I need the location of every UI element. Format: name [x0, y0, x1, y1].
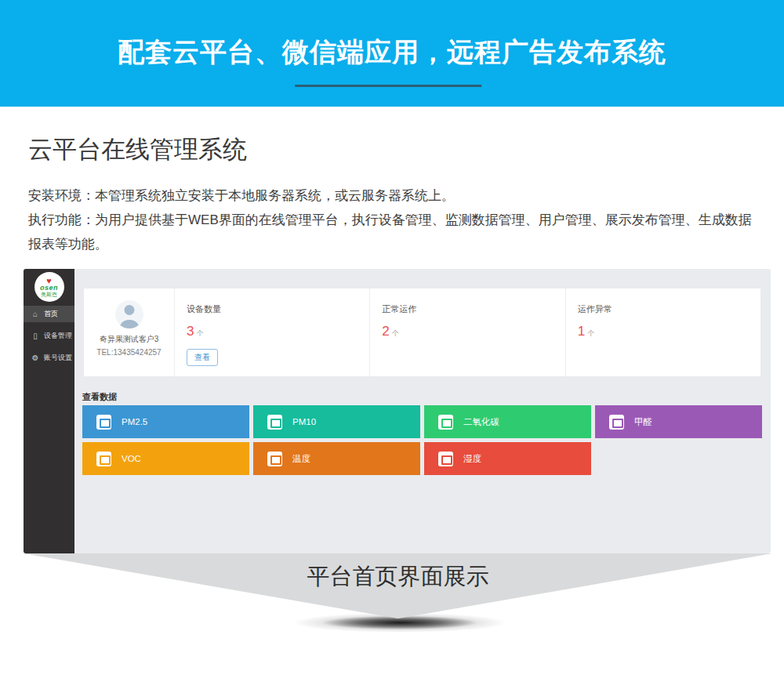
stat-value: 3个: [187, 324, 369, 339]
pm25-card-icon: [96, 415, 111, 430]
home-icon: ⌂: [31, 310, 40, 318]
stat-value: 2个: [382, 324, 564, 339]
sidebar-menu: ⌂ 首页 ▯ 设备管理 ⚙ 账号设置: [24, 306, 74, 372]
stat-label: 设备数量: [187, 303, 369, 315]
sidebar: ♥ osen 奥斯恩 ⌂ 首页 ▯ 设备管理 ⚙ 账号设置: [24, 269, 74, 553]
overview-card: 奇异果测试客户3 TEL:13435424257 设备数量 3个 查看 正常运作…: [84, 288, 760, 376]
caption-text: 平台首页界面展示: [307, 561, 489, 593]
card-label: 甲醛: [634, 416, 652, 428]
card-pm10[interactable]: PM10: [253, 405, 420, 438]
banner-underline: [295, 85, 481, 87]
user-tel: TEL:13435424257: [96, 348, 161, 357]
card-label: VOC: [122, 454, 141, 463]
stat-unit: 个: [587, 329, 594, 337]
card-label: 温度: [292, 453, 310, 465]
stat-label: 正常运作: [382, 303, 564, 315]
avatar-shoulders: [119, 320, 140, 328]
card-label: PM10: [292, 417, 316, 426]
card-humidity[interactable]: 湿度: [424, 442, 591, 475]
temperature-card-icon: [267, 452, 282, 466]
sidebar-item-devices[interactable]: ▯ 设备管理: [24, 328, 74, 344]
stat-label: 运作异常: [578, 303, 760, 315]
pm10-card-icon: [267, 415, 282, 430]
top-banner: 配套云平台、微信端应用，远程广告发布系统: [0, 0, 784, 107]
brand-name: osen: [40, 285, 58, 292]
dashboard-screenshot: ♥ osen 奥斯恩 ⌂ 首页 ▯ 设备管理 ⚙ 账号设置: [24, 269, 771, 553]
humidity-card-icon: [438, 452, 453, 466]
page: 配套云平台、微信端应用，远程广告发布系统 云平台在线管理系统 安装环境：本管理系…: [0, 0, 784, 682]
co2-card-icon: [438, 415, 453, 430]
user-panel: 奇异果测试客户3 TEL:13435424257: [84, 288, 174, 376]
card-pm25[interactable]: PM2.5: [82, 405, 249, 438]
intro-paragraph-1: 安装环境：本管理系统独立安装于本地服务器系统，或云服务器系统上。: [28, 183, 764, 208]
settings-icon: ⚙: [31, 354, 40, 362]
section-title: 云平台在线管理系统: [28, 133, 247, 166]
card-label: PM2.5: [122, 417, 147, 426]
voc-card-icon: [96, 452, 111, 466]
card-label: 二氧化碳: [463, 416, 499, 428]
dashboard-main: 奇异果测试客户3 TEL:13435424257 设备数量 3个 查看 正常运作…: [74, 269, 771, 553]
sidebar-item-label: 首页: [44, 309, 58, 319]
intro-paragraph-2: 执行功能：为用户提供基于WEB界面的在线管理平台，执行设备管理、监测数据管理、用…: [28, 208, 764, 256]
user-name: 奇异果测试客户3: [100, 334, 159, 345]
brand-name-cn: 奥斯恩: [41, 292, 57, 298]
stat-value: 1个: [578, 324, 760, 339]
view-data-label: 查看数据: [82, 391, 117, 403]
sidebar-item-label: 设备管理: [44, 331, 72, 341]
sidebar-item-label: 账号设置: [44, 353, 72, 363]
stat-unit: 个: [392, 329, 399, 337]
data-cards-grid: PM2.5 PM10 二氧化碳 甲醛 VOC: [82, 405, 762, 475]
stat-device-count: 设备数量 3个 查看: [174, 288, 369, 376]
card-formaldehyde[interactable]: 甲醛: [595, 405, 762, 438]
device-icon: ▯: [31, 332, 40, 340]
stat-number: 2: [382, 324, 389, 339]
sidebar-item-home[interactable]: ⌂ 首页: [24, 306, 74, 322]
stat-running-normal: 正常运作 2个: [369, 288, 564, 376]
caption-banner: 平台首页界面展示: [24, 553, 772, 619]
stat-unit: 个: [196, 329, 203, 337]
section-description: 安装环境：本管理系统独立安装于本地服务器系统，或云服务器系统上。 执行功能：为用…: [28, 183, 764, 256]
card-voc[interactable]: VOC: [82, 442, 249, 475]
card-label: 湿度: [463, 453, 481, 465]
stat-running-abnormal: 运作异常 1个: [565, 288, 760, 376]
view-button[interactable]: 查看: [187, 349, 218, 366]
avatar: [115, 300, 143, 328]
card-temperature[interactable]: 温度: [253, 442, 420, 475]
avatar-head: [124, 305, 134, 315]
stat-number: 1: [578, 324, 585, 339]
formaldehyde-card-icon: [609, 415, 624, 430]
heart-icon: ♥: [46, 277, 52, 285]
sidebar-item-account[interactable]: ⚙ 账号设置: [24, 350, 74, 366]
stat-number: 3: [187, 324, 194, 339]
banner-title: 配套云平台、微信端应用，远程广告发布系统: [0, 34, 784, 71]
brand-logo: ♥ osen 奥斯恩: [34, 272, 64, 302]
card-co2[interactable]: 二氧化碳: [424, 405, 591, 438]
